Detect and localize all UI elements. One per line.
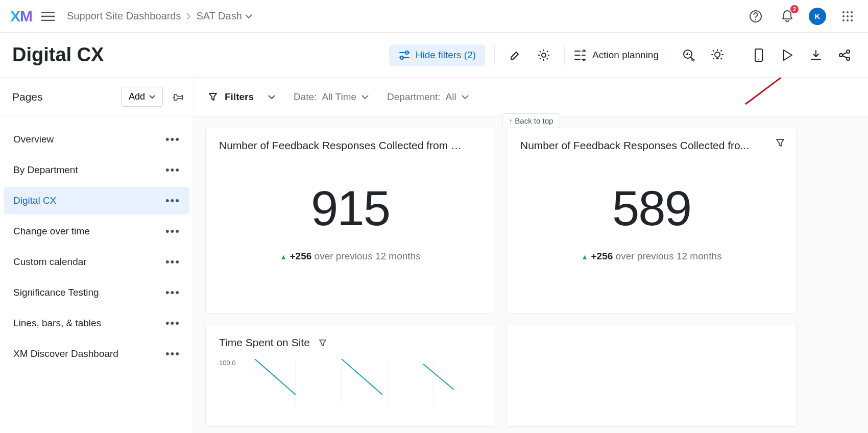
more-icon[interactable]: ••• — [165, 286, 180, 299]
widget-feedback-count-2: Number of Feedback Responses Collected f… — [507, 128, 797, 314]
svg-point-11 — [405, 51, 408, 54]
svg-point-6 — [847, 15, 849, 17]
svg-point-7 — [851, 15, 853, 17]
sidebar-item-overview[interactable]: Overview ••• — [4, 126, 189, 153]
svg-point-1 — [755, 18, 756, 19]
edit-icon[interactable] — [504, 44, 526, 66]
date-filter-label: Date: — [294, 91, 317, 103]
sidebar-item-label: XM Discover Dashboard — [13, 348, 118, 359]
date-filter[interactable]: Date: All Time — [294, 91, 369, 103]
logo[interactable]: XM — [10, 8, 32, 25]
sidebar-item-label: By Department — [13, 164, 78, 176]
action-planning-label: Action planning — [592, 50, 659, 61]
filter-bar: Filters Date: All Time Department: All — [194, 78, 868, 116]
apps-grid-icon[interactable] — [837, 6, 858, 27]
lightbulb-icon[interactable] — [706, 44, 729, 66]
sidebar-item-lines-bars-tables[interactable]: Lines, bars, & tables ••• — [4, 309, 189, 337]
content-area: Filters Date: All Time Department: All ↑… — [194, 78, 868, 433]
breadcrumb-current-label: SAT Dash — [196, 10, 242, 22]
sidebar-item-label: Overview — [13, 134, 54, 145]
widget-delta: ▲ +256 over previous 12 months — [219, 251, 481, 262]
sidebar-item-label: Change over time — [13, 226, 90, 237]
sidebar: Pages Add Overview ••• By Department •••… — [0, 78, 194, 433]
date-filter-value: All Time — [322, 91, 356, 103]
widget-title: Number of Feedback Responses Collected f… — [520, 139, 783, 152]
svg-point-19 — [839, 54, 842, 57]
divider — [494, 45, 495, 65]
sidebar-item-xm-discover-dashboard[interactable]: XM Discover Dashboard ••• — [4, 340, 189, 368]
filter-icon — [208, 92, 218, 102]
divider — [564, 45, 565, 65]
more-icon[interactable]: ••• — [165, 347, 180, 360]
department-filter-value: All — [446, 91, 456, 103]
svg-point-2 — [842, 11, 845, 13]
department-filter-label: Department: — [387, 91, 441, 103]
hide-filters-label: Hide filters (2) — [416, 50, 476, 61]
delta-text: over previous 12 months — [616, 251, 722, 261]
svg-point-20 — [847, 50, 850, 53]
share-icon[interactable] — [833, 44, 856, 66]
play-icon[interactable] — [776, 44, 799, 66]
breadcrumb-parent[interactable]: Support Site Dashboards — [67, 10, 181, 22]
list-arrow-icon — [574, 50, 587, 61]
back-to-top-button[interactable]: ↑ Back to top — [502, 113, 560, 128]
mobile-icon[interactable] — [748, 44, 770, 66]
more-icon[interactable]: ••• — [165, 255, 180, 269]
breadcrumb-current-dropdown[interactable]: SAT Dash — [196, 10, 252, 22]
download-icon[interactable] — [805, 44, 827, 66]
filters-dropdown[interactable]: Filters — [208, 91, 275, 103]
gear-icon[interactable] — [533, 44, 555, 66]
add-page-label: Add — [129, 91, 145, 102]
help-icon[interactable] — [745, 6, 766, 27]
svg-point-9 — [847, 19, 849, 21]
delta-value: +256 — [591, 251, 613, 261]
chevron-down-icon — [268, 94, 275, 100]
sidebar-title: Pages — [12, 91, 115, 103]
pin-icon[interactable] — [169, 88, 187, 106]
widget-title: Number of Feedback Responses Collected f… — [219, 139, 481, 152]
svg-point-18 — [758, 59, 759, 60]
chevron-down-icon — [361, 94, 369, 100]
more-icon[interactable]: ••• — [165, 163, 180, 177]
department-filter[interactable]: Department: All — [387, 91, 469, 103]
sidebar-item-by-department[interactable]: By Department ••• — [4, 156, 189, 184]
iq-analyze-icon[interactable]: iQ — [678, 44, 700, 66]
sidebar-item-custom-calendar[interactable]: Custom calendar ••• — [4, 248, 189, 276]
svg-point-10 — [851, 19, 853, 21]
more-icon[interactable]: ••• — [165, 194, 180, 207]
widget-filter-icon[interactable] — [776, 138, 785, 148]
widget-title: Time Spent on Site — [219, 336, 481, 349]
svg-point-12 — [400, 56, 403, 59]
widget-delta: ▲ +256 over previous 12 months — [520, 251, 783, 262]
avatar[interactable]: K — [809, 8, 826, 25]
filter-icon[interactable] — [319, 339, 327, 347]
svg-text:iQ: iQ — [691, 58, 695, 62]
sidebar-header: Pages Add — [0, 78, 194, 116]
notification-badge: 2 — [790, 5, 799, 13]
line-chart: 100.0 — [219, 359, 481, 420]
hide-filters-button[interactable]: Hide filters (2) — [389, 44, 485, 66]
hamburger-icon[interactable] — [41, 12, 55, 21]
pages-list: Overview ••• By Department ••• Digital C… — [0, 116, 194, 377]
delta-value: +256 — [290, 251, 312, 261]
widget-feedback-count-1: Number of Feedback Responses Collected f… — [205, 128, 495, 314]
more-icon[interactable]: ••• — [165, 133, 180, 146]
widget-partial — [507, 325, 797, 427]
svg-point-5 — [842, 15, 845, 17]
filters-label: Filters — [225, 91, 254, 103]
page-header: Digital CX Hide filters (2) Action plann… — [0, 33, 868, 78]
action-planning-button[interactable]: Action planning — [574, 50, 659, 61]
sidebar-item-change-over-time[interactable]: Change over time ••• — [4, 218, 189, 245]
sidebar-item-significance-testing[interactable]: Significance Testing ••• — [4, 279, 189, 306]
add-page-button[interactable]: Add — [121, 87, 163, 107]
svg-point-13 — [542, 53, 546, 57]
notifications-icon[interactable]: 2 — [777, 6, 798, 27]
sidebar-item-label: Significance Testing — [13, 287, 99, 298]
svg-point-21 — [847, 57, 850, 60]
more-icon[interactable]: ••• — [165, 225, 180, 238]
more-icon[interactable]: ••• — [165, 317, 180, 330]
svg-point-3 — [847, 11, 849, 13]
widgets-grid: Number of Feedback Responses Collected f… — [194, 116, 868, 433]
sidebar-item-label: Lines, bars, & tables — [13, 318, 101, 329]
sidebar-item-digital-cx[interactable]: Digital CX ••• — [4, 187, 189, 214]
